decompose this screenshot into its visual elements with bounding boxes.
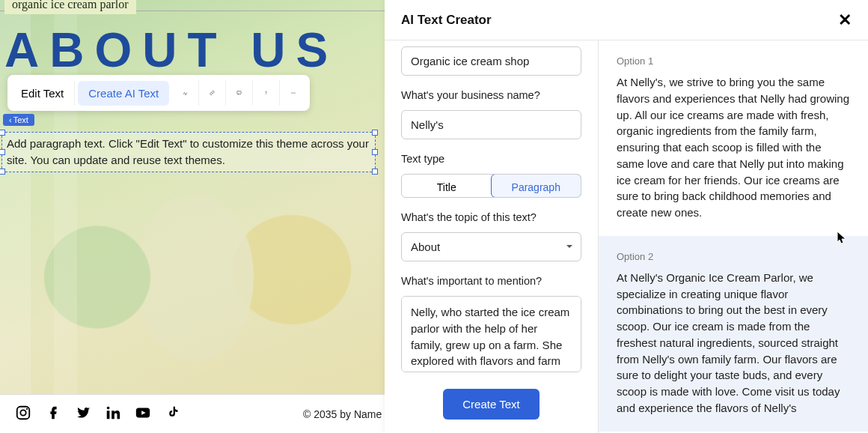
svg-point-9 bbox=[107, 406, 110, 409]
text-type-label: Text type bbox=[401, 153, 581, 165]
results-column[interactable]: Option 1 At Nelly's, we strive to bring … bbox=[599, 40, 868, 433]
edit-text-button[interactable]: Edit Text bbox=[10, 81, 75, 106]
element-type-chip[interactable]: ‹ Text bbox=[3, 114, 34, 126]
tiktok-icon[interactable] bbox=[165, 405, 181, 424]
option-text: At Nelly's, we strive to bring you the s… bbox=[617, 74, 850, 221]
twitter-icon[interactable] bbox=[75, 405, 91, 424]
linkedin-icon[interactable] bbox=[105, 405, 121, 424]
animation-icon[interactable] bbox=[172, 80, 199, 106]
panel-title: AI Text Creator bbox=[401, 13, 492, 28]
resize-handle[interactable] bbox=[0, 130, 5, 136]
link-icon[interactable] bbox=[199, 80, 226, 106]
more-icon[interactable] bbox=[280, 80, 307, 106]
paragraph-placeholder: Add paragraph text. Click "Edit Text" to… bbox=[7, 137, 369, 166]
resize-handle[interactable] bbox=[372, 130, 378, 136]
form-column: What's your business name? Text type Tit… bbox=[385, 40, 599, 433]
youtube-icon[interactable] bbox=[135, 405, 151, 424]
text-toolbar: Edit Text Create AI Text bbox=[7, 75, 310, 111]
result-option-1[interactable]: Option 1 At Nelly's, we strive to bring … bbox=[599, 40, 868, 236]
text-type-title[interactable]: Title bbox=[402, 175, 492, 197]
site-footer: © 2035 by Name o bbox=[0, 394, 385, 433]
instagram-icon[interactable] bbox=[15, 405, 31, 424]
mention-textarea[interactable] bbox=[401, 296, 581, 372]
svg-point-7 bbox=[26, 408, 28, 409]
option-text: At Nelly's Organic Ice Cream Parlor, we … bbox=[617, 270, 850, 417]
svg-point-3 bbox=[293, 92, 294, 93]
resize-handle[interactable] bbox=[372, 149, 378, 155]
selected-text-element[interactable]: Add paragraph text. Click "Edit Text" to… bbox=[1, 132, 376, 172]
option-label: Option 1 bbox=[617, 55, 850, 67]
resize-handle[interactable] bbox=[372, 169, 378, 175]
topic-label: What's the topic of this text? bbox=[401, 211, 581, 223]
svg-point-6 bbox=[20, 410, 25, 415]
svg-point-2 bbox=[292, 92, 293, 93]
result-option-2[interactable]: Option 2 At Nelly's Organic Ice Cream Pa… bbox=[599, 236, 868, 432]
topic-select[interactable] bbox=[401, 232, 581, 261]
svg-rect-0 bbox=[237, 91, 241, 94]
panel-header: AI Text Creator ✕ bbox=[385, 0, 868, 40]
svg-point-4 bbox=[295, 92, 296, 93]
site-tagline: organic ice cream parlor bbox=[4, 0, 136, 14]
business-name-input[interactable] bbox=[401, 110, 581, 139]
text-type-paragraph[interactable]: Paragraph bbox=[491, 174, 582, 198]
create-ai-text-button[interactable]: Create AI Text bbox=[78, 81, 169, 106]
text-type-segmented: Title Paragraph bbox=[401, 174, 581, 198]
page-title[interactable]: ABOUT US bbox=[4, 22, 338, 78]
facebook-icon[interactable] bbox=[45, 405, 61, 424]
business-name-label: What's your business name? bbox=[401, 89, 581, 101]
chip-label: Text bbox=[13, 115, 28, 124]
ai-text-creator-panel: AI Text Creator ✕ What's your business n… bbox=[385, 0, 868, 433]
help-icon[interactable] bbox=[253, 80, 280, 106]
footer-copyright: © 2035 by Name o bbox=[303, 408, 385, 420]
svg-rect-8 bbox=[107, 411, 110, 419]
resize-handle[interactable] bbox=[0, 149, 5, 155]
mention-label: What's important to mention? bbox=[401, 275, 581, 287]
option-label: Option 2 bbox=[617, 251, 850, 262]
chevron-left-icon: ‹ bbox=[9, 115, 12, 124]
comment-icon[interactable] bbox=[226, 80, 253, 106]
resize-handle[interactable] bbox=[0, 169, 5, 175]
business-type-input[interactable] bbox=[401, 46, 581, 76]
editor-canvas[interactable]: organic ice cream parlor ABOUT US Edit T… bbox=[0, 0, 385, 433]
create-text-button[interactable]: Create Text bbox=[443, 389, 539, 420]
close-icon[interactable]: ✕ bbox=[838, 10, 852, 30]
